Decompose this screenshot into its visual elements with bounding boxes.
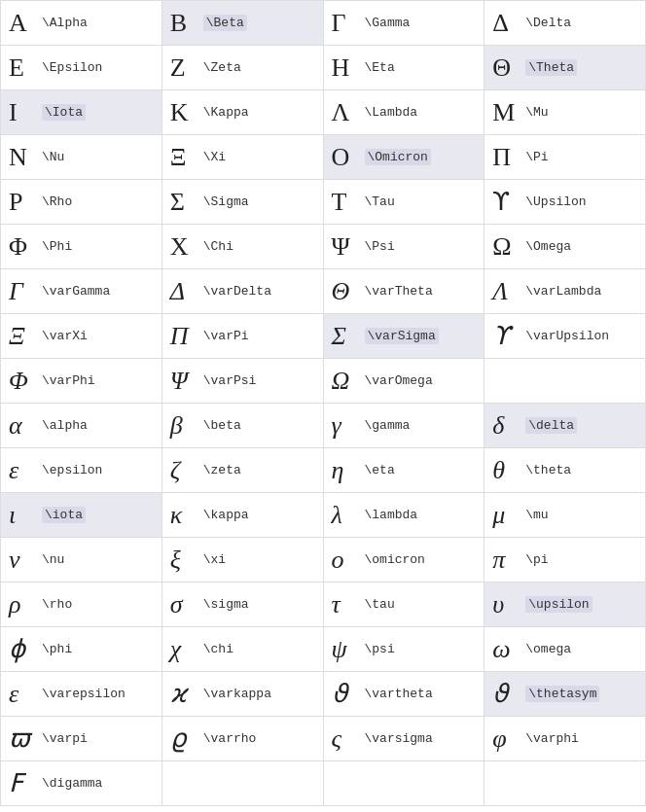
symbol-54: τ [332,590,359,619]
cell-0: A\Alpha [1,1,162,46]
cmd-46: \lambda [365,508,418,522]
symbol-38: γ [332,411,359,441]
cell-13: Ξ\Xi [162,135,324,180]
cmd-2: \Gamma [365,16,411,30]
cmd-60: \varepsilon [42,687,126,701]
cmd-68: \digamma [42,776,102,791]
cell-51: π\pi [484,538,646,583]
cell-30: Σ\varSigma [324,314,485,359]
cmd-38: \gamma [365,418,411,433]
symbol-4: E [9,53,36,83]
cmd-6: \Eta [365,60,395,75]
cmd-39: \delta [525,417,577,434]
cell-60: ε\varepsilon [1,672,162,717]
symbol-3: Δ [492,9,520,38]
cell-4: E\Epsilon [1,46,162,90]
cell-28: Ξ\varXi [1,314,162,359]
symbol-21: X [170,232,197,262]
symbol-51: π [492,546,520,575]
cell-7: Θ\Theta [484,46,646,90]
symbol-39: δ [492,411,520,441]
symbol-49: ξ [170,546,197,575]
symbol-58: ψ [332,635,359,664]
cell-38: γ\gamma [324,404,485,448]
cmd-32: \varPhi [42,373,95,388]
symbol-23: Ω [492,232,520,262]
cell-63: ϑ\thetasym [484,672,646,717]
cell-32: Φ\varPhi [1,359,162,404]
symbol-59: ω [492,635,520,664]
symbol-6: H [332,53,359,83]
symbol-13: Ξ [170,143,197,172]
symbol-68: Ϝ [9,768,36,798]
cmd-21: \Chi [203,239,233,254]
cell-41: ζ\zeta [162,448,324,493]
cell-11: M\Mu [484,90,646,135]
cell-42: η\eta [324,448,485,493]
symbol-28: Ξ [9,322,36,351]
cell-46: λ\lambda [324,493,485,538]
cell-65: ϱ\varrho [162,717,324,761]
cell-22: Ψ\Psi [324,225,485,269]
cell-67: φ\varphi [484,717,646,761]
cell-43: θ\theta [484,448,646,493]
cell-33: Ψ\varPsi [162,359,324,404]
cell-59: ω\omega [484,627,646,672]
cmd-22: \Psi [365,239,395,254]
cmd-29: \varPi [203,329,249,343]
cmd-12: \Nu [42,150,64,164]
cmd-48: \nu [42,552,64,567]
cmd-7: \Theta [525,59,577,76]
cell-47: μ\mu [484,493,646,538]
symbol-31: ϒ [492,321,520,351]
cmd-45: \kappa [203,508,249,522]
cell-64: ϖ\varpi [1,717,162,761]
cmd-34: \varOmega [365,373,433,388]
cmd-28: \varXi [42,329,88,343]
cell-29: Π\varPi [162,314,324,359]
cmd-13: \Xi [203,150,226,164]
cell-52: ρ\rho [1,583,162,627]
cmd-51: \pi [525,552,548,567]
cell-66: ς\varsigma [324,717,485,761]
cell-40: ε\epsilon [1,448,162,493]
cmd-53: \sigma [203,597,249,612]
symbol-42: η [332,456,359,485]
cmd-40: \epsilon [42,463,102,477]
cmd-18: \Tau [365,194,395,209]
cell-36: α\alpha [1,404,162,448]
cell-18: T\Tau [324,180,485,225]
cmd-33: \varPsi [203,373,257,388]
cmd-59: \omega [525,642,571,656]
symbol-11: M [492,98,520,127]
cmd-4: \Epsilon [42,60,102,75]
symbol-47: μ [492,501,520,530]
cell-45: κ\kappa [162,493,324,538]
symbol-67: φ [492,724,520,754]
symbol-20: Φ [9,232,36,262]
cell-1: B\Beta [162,1,324,46]
symbol-16: P [9,188,36,217]
symbol-30: Σ [332,322,359,351]
cell-71 [484,761,646,806]
cell-14: O\Omicron [324,135,485,180]
cmd-43: \theta [525,463,571,477]
symbol-32: Φ [9,367,36,396]
cell-35 [484,359,646,404]
symbol-15: Π [492,143,520,172]
cell-37: β\beta [162,404,324,448]
cell-25: Δ\varDelta [162,269,324,314]
cmd-8: \Iota [42,104,86,121]
cell-61: ϰ\varkappa [162,672,324,717]
cmd-62: \vartheta [365,687,433,701]
cell-21: X\Chi [162,225,324,269]
cell-16: P\Rho [1,180,162,225]
cell-9: K\Kappa [162,90,324,135]
cell-57: χ\chi [162,627,324,672]
symbol-18: T [332,188,359,217]
symbol-55: υ [492,590,520,619]
cell-6: H\Eta [324,46,485,90]
cmd-57: \chi [203,642,233,656]
symbol-37: β [170,411,197,441]
cell-58: ψ\psi [324,627,485,672]
